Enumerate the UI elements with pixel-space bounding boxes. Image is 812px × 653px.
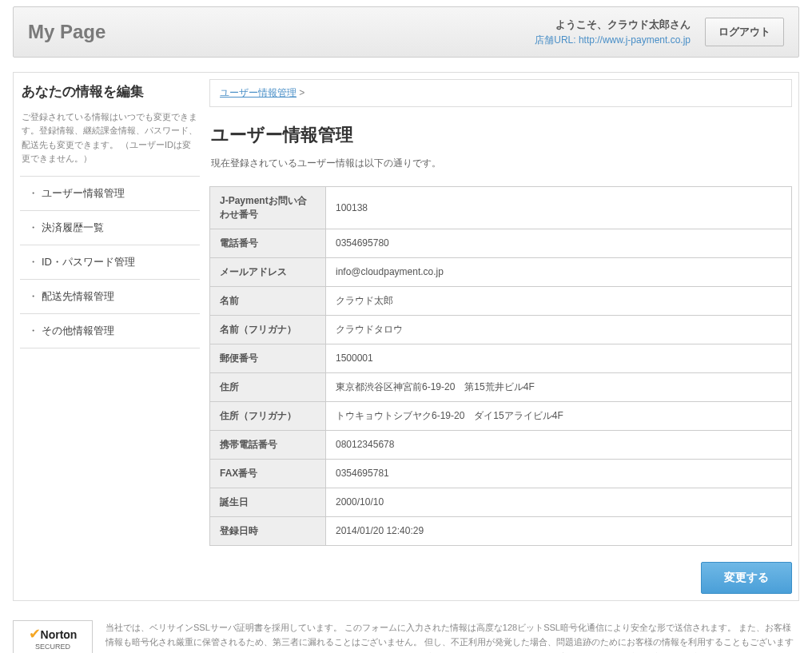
table-row: J-Paymentお問い合わせ番号100138 (210, 186, 792, 229)
table-value: 2000/10/10 (326, 488, 792, 516)
page-subtitle: 現在登録されているユーザー情報は以下の通りです。 (209, 157, 792, 170)
header: My Page ようこそ、クラウド太郎さん 店舗URL: http://www.… (13, 6, 799, 58)
logo: My Page (28, 21, 105, 43)
table-label: 誕生日 (210, 488, 326, 516)
main-content: ユーザー情報管理 > ユーザー情報管理 現在登録されているユーザー情報は以下の通… (209, 79, 792, 594)
table-label: 携帯電話番号 (210, 430, 326, 459)
sidebar-item-other[interactable]: その他情報管理 (20, 314, 200, 348)
table-label: 郵便番号 (210, 344, 326, 372)
sidebar: あなたの情報を編集 ご登録されている情報はいつでも変更できます。登録情報、継続課… (20, 79, 200, 594)
norton-badge: ✔Norton SECURED powered by Symantec (13, 620, 93, 654)
table-value: トウキョウトシブヤク6-19-20 ダイ15アライビル4F (326, 401, 792, 430)
sidebar-item-payment-history[interactable]: 決済履歴一覧 (20, 211, 200, 245)
welcome-text: ようこそ、クラウド太郎さん (535, 17, 691, 33)
table-value: 100138 (326, 186, 792, 229)
table-label: 名前（フリガナ） (210, 315, 326, 344)
checkmark-icon: ✔ (29, 626, 41, 642)
table-value: 0354695781 (326, 459, 792, 488)
table-row: 郵便番号1500001 (210, 344, 792, 372)
table-label: J-Paymentお問い合わせ番号 (210, 186, 326, 229)
table-label: 電話番号 (210, 229, 326, 257)
table-value: 東京都渋谷区神宮前6-19-20 第15荒井ビル4F (326, 372, 792, 401)
logout-button[interactable]: ログアウト (705, 18, 784, 46)
table-row: 名前（フリガナ）クラウドタロウ (210, 315, 792, 344)
breadcrumb-link[interactable]: ユーザー情報管理 (220, 87, 297, 98)
user-info-table: J-Paymentお問い合わせ番号100138電話番号0354695780メール… (209, 186, 792, 546)
shop-url-link[interactable]: http://www.j-payment.co.jp (579, 34, 691, 46)
breadcrumb: ユーザー情報管理 > (209, 79, 792, 107)
table-label: メールアドレス (210, 257, 326, 286)
page-title: ユーザー情報管理 (209, 123, 792, 147)
table-row: FAX番号0354695781 (210, 459, 792, 488)
sidebar-item-id-password[interactable]: ID・パスワード管理 (20, 245, 200, 280)
table-value: クラウドタロウ (326, 315, 792, 344)
table-row: 誕生日2000/10/10 (210, 488, 792, 516)
table-label: 登録日時 (210, 516, 326, 545)
table-value: 2014/01/20 12:40:29 (326, 516, 792, 545)
table-row: 住所（フリガナ）トウキョウトシブヤク6-19-20 ダイ15アライビル4F (210, 401, 792, 430)
sidebar-description: ご登録されている情報はいつでも変更できます。登録情報、継続課金情報、パスワード、… (20, 110, 200, 166)
security-footer: ✔Norton SECURED powered by Symantec 当社では… (13, 617, 799, 654)
sidebar-title: あなたの情報を編集 (20, 79, 200, 104)
sidebar-item-user-info[interactable]: ユーザー情報管理 (20, 177, 200, 211)
table-row: 住所東京都渋谷区神宮前6-19-20 第15荒井ビル4F (210, 372, 792, 401)
table-label: FAX番号 (210, 459, 326, 488)
table-value: info@cloudpayment.co.jp (326, 257, 792, 286)
table-value: 1500001 (326, 344, 792, 372)
table-value: クラウド太郎 (326, 286, 792, 315)
table-value: 08012345678 (326, 430, 792, 459)
shop-url: 店舗URL: http://www.j-payment.co.jp (535, 33, 691, 47)
table-row: 名前クラウド太郎 (210, 286, 792, 315)
table-row: 電話番号0354695780 (210, 229, 792, 257)
sidebar-item-shipping[interactable]: 配送先情報管理 (20, 280, 200, 314)
table-label: 住所 (210, 372, 326, 401)
table-row: 登録日時2014/01/20 12:40:29 (210, 516, 792, 545)
sidebar-menu: ユーザー情報管理 決済履歴一覧 ID・パスワード管理 配送先情報管理 その他情報… (20, 176, 200, 348)
change-button[interactable]: 変更する (701, 562, 792, 594)
table-row: メールアドレスinfo@cloudpayment.co.jp (210, 257, 792, 286)
security-text: 当社では、ベリサインSSLサーバ証明書を採用しています。 このフォームに入力され… (105, 620, 799, 654)
table-row: 携帯電話番号08012345678 (210, 430, 792, 459)
table-label: 住所（フリガナ） (210, 401, 326, 430)
table-value: 0354695780 (326, 229, 792, 257)
table-label: 名前 (210, 286, 326, 315)
